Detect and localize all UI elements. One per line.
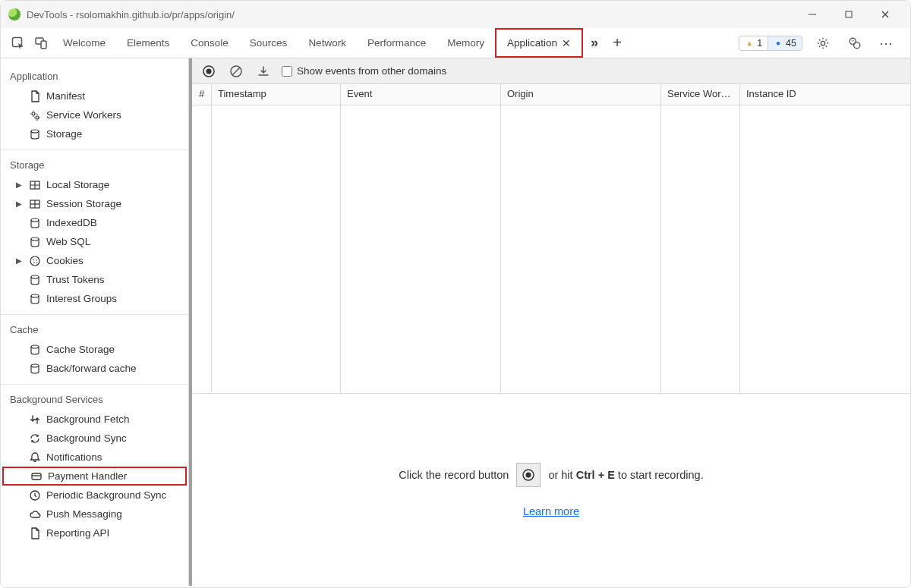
item-label: Session Storage: [46, 198, 121, 209]
tab-welcome[interactable]: Welcome: [52, 28, 116, 58]
tab-label: Console: [191, 37, 229, 49]
checkbox-label: Show events from other domains: [297, 65, 446, 77]
sidebar-item-cookies[interactable]: ▶ Cookies: [1, 251, 188, 270]
checkbox-input[interactable]: [282, 66, 292, 77]
sidebar-item-notifications[interactable]: ▶ Notifications: [1, 448, 188, 467]
sidebar-item-bf-cache[interactable]: ▶ Back/forward cache: [1, 359, 188, 378]
window-close-button[interactable]: [868, 3, 903, 26]
download-button[interactable]: [254, 62, 273, 80]
more-menu-icon[interactable]: ⋯: [875, 32, 898, 55]
sidebar-item-manifest[interactable]: ▶ Manifest: [1, 86, 188, 105]
database-icon: [28, 216, 42, 230]
sidebar-item-periodic-sync[interactable]: ▶ Periodic Background Sync: [1, 486, 188, 505]
clock-icon: [28, 489, 42, 502]
svg-rect-32: [32, 473, 41, 480]
sidebar-item-interest-groups[interactable]: ▶ Interest Groups: [1, 289, 188, 308]
tab-label: Application: [507, 37, 557, 49]
sidebar-item-background-sync[interactable]: ▶ Background Sync: [1, 429, 188, 448]
tab-memory[interactable]: Memory: [437, 28, 495, 58]
section-title: Storage: [1, 155, 188, 175]
new-tab-button[interactable]: +: [606, 32, 629, 55]
tab-console[interactable]: Console: [180, 28, 239, 58]
svg-rect-6: [41, 41, 46, 49]
sync-icon: [28, 432, 42, 445]
warning-icon: [745, 39, 754, 48]
record-toggle-button[interactable]: [200, 62, 218, 80]
sidebar-item-websql[interactable]: ▶ Web SQL: [1, 232, 188, 251]
tab-label: Elements: [127, 37, 169, 49]
item-label: Cache Storage: [46, 344, 115, 355]
sidebar-item-reporting-api[interactable]: ▶ Reporting API: [1, 524, 188, 542]
file-icon: [28, 527, 42, 540]
issues-badge-group: 1 45: [739, 36, 802, 51]
section-title: Background Services: [1, 389, 188, 410]
file-icon: [28, 90, 42, 103]
record-button[interactable]: [516, 463, 541, 487]
th-origin[interactable]: Origin: [501, 84, 661, 105]
empty-text-suffix: to start recording.: [618, 469, 704, 481]
database-icon: [28, 292, 42, 306]
sidebar-item-indexeddb[interactable]: ▶ IndexedDB: [1, 213, 188, 232]
tab-elements[interactable]: Elements: [116, 28, 180, 58]
info-count: 45: [786, 38, 796, 49]
svg-point-31: [31, 364, 39, 367]
close-icon[interactable]: ✕: [562, 37, 571, 49]
item-label: Storage: [46, 128, 82, 140]
tab-label: Network: [308, 37, 346, 49]
database-icon: [28, 235, 42, 249]
window-maximize-button[interactable]: [831, 3, 866, 26]
svg-point-9: [854, 42, 860, 48]
th-instance-id[interactable]: Instance ID: [740, 84, 910, 105]
table-icon: [28, 178, 42, 192]
th-service-worker[interactable]: Service Wor…: [661, 84, 740, 105]
sidebar-section-application: Application ▶ Manifest ▶ Service Workers…: [1, 61, 188, 150]
info-icon: [774, 39, 783, 48]
item-label: Cookies: [46, 255, 84, 266]
item-label: Local Storage: [46, 179, 109, 190]
sidebar-item-trust-tokens[interactable]: ▶ Trust Tokens: [1, 270, 188, 289]
empty-text-mid: or hit: [548, 469, 572, 481]
sidebar-item-payment-handler[interactable]: ▶ Payment Handler: [2, 467, 187, 486]
settings-gear-icon[interactable]: [812, 32, 834, 55]
tab-performance[interactable]: Performance: [357, 28, 437, 58]
item-label: Service Workers: [46, 109, 121, 121]
tab-application[interactable]: Application ✕: [495, 28, 583, 58]
sidebar-item-storage[interactable]: ▶ Storage: [1, 124, 188, 143]
fetch-icon: [28, 413, 42, 426]
th-number[interactable]: #: [192, 84, 212, 105]
panel-toolbar: Show events from other domains: [192, 58, 910, 84]
inspect-element-icon[interactable]: [7, 32, 30, 55]
chevron-right-icon: ▶: [16, 181, 24, 189]
show-other-domains-checkbox[interactable]: Show events from other domains: [282, 65, 446, 77]
info-badge[interactable]: 45: [768, 36, 802, 50]
tab-sources[interactable]: Sources: [239, 28, 298, 58]
device-toggle-icon[interactable]: [30, 32, 52, 55]
item-label: Back/forward cache: [46, 363, 137, 374]
svg-point-11: [853, 40, 853, 41]
learn-more-link[interactable]: Learn more: [523, 505, 579, 517]
tab-label: Sources: [250, 37, 288, 49]
sidebar-item-push-messaging[interactable]: ▶ Push Messaging: [1, 505, 188, 524]
svg-point-13: [36, 116, 39, 119]
th-timestamp[interactable]: Timestamp: [212, 84, 341, 105]
warnings-count: 1: [757, 38, 762, 49]
warnings-badge[interactable]: 1: [739, 36, 768, 50]
cloud-icon: [28, 508, 42, 521]
sidebar-item-session-storage[interactable]: ▶ Session Storage: [1, 194, 188, 213]
feedback-icon[interactable]: [843, 32, 866, 55]
item-label: Trust Tokens: [46, 274, 105, 285]
clear-button[interactable]: [227, 62, 245, 80]
sidebar-item-local-storage[interactable]: ▶ Local Storage: [1, 175, 188, 194]
svg-point-22: [31, 237, 39, 241]
sidebar-item-cache-storage[interactable]: ▶ Cache Storage: [1, 340, 188, 359]
item-label: Web SQL: [46, 236, 90, 247]
database-icon: [28, 273, 42, 287]
sidebar-item-service-workers[interactable]: ▶ Service Workers: [1, 105, 188, 124]
tab-network[interactable]: Network: [298, 28, 357, 58]
more-tabs-chevron-icon[interactable]: »: [583, 32, 606, 55]
section-title: Application: [1, 66, 188, 86]
th-event[interactable]: Event: [341, 84, 501, 105]
sidebar-item-background-fetch[interactable]: ▶ Background Fetch: [1, 410, 188, 429]
window-minimize-button[interactable]: [795, 3, 830, 26]
keyboard-shortcut: Ctrl + E: [576, 469, 615, 481]
